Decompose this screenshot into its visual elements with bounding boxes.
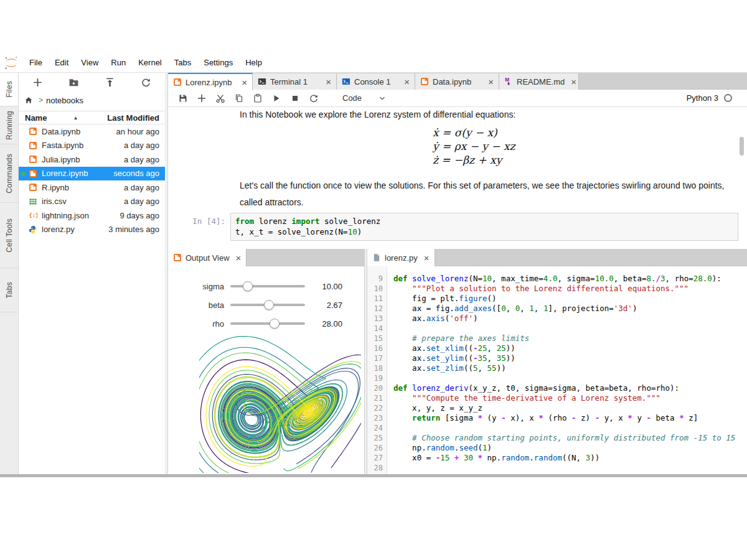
sidebar-tab-label: Files [5,81,14,98]
kernel-status-icon[interactable] [724,94,732,102]
slider-handle[interactable] [264,300,274,310]
code-cell[interactable]: from lorenz import solve_lorenzt, x_t = … [230,213,738,241]
sidebar-tab-label: Cell Tools [5,218,14,253]
slider-value: 10.00 [305,282,342,291]
column-name[interactable]: Name [19,113,47,123]
notebook-icon [420,77,429,86]
file-row[interactable]: R.ipynba day ago [19,180,165,195]
file-row[interactable]: Julia.ipynba day ago [19,152,165,167]
notebook-icon [29,155,37,164]
slider-track[interactable] [230,285,305,287]
menu-view[interactable]: View [75,58,105,67]
file-list-header: Name ▲ Last Modified [19,111,165,124]
new-launcher-button[interactable] [32,77,43,88]
slider-value: 28.00 [305,319,342,329]
menu-settings[interactable]: Settings [197,58,239,67]
close-icon[interactable]: × [319,77,331,86]
notebook-toolbar: Code Python 3 [168,90,747,107]
bottom-panels: Output View × sigma10.00beta2.67rho28.00 [168,249,747,474]
file-row[interactable]: Lorenz.ipynbseconds ago [19,167,165,181]
stop-button[interactable] [290,93,300,103]
save-button[interactable] [178,93,188,103]
close-icon[interactable]: × [398,77,410,86]
menu-help[interactable]: Help [239,58,268,67]
run-button[interactable] [271,93,281,103]
slider-handle[interactable] [270,319,280,329]
slider[interactable] [230,319,305,329]
slider[interactable] [230,300,305,310]
sidebar-tab-files[interactable]: Files [0,73,18,106]
line-number: 18 [367,363,387,373]
slider[interactable] [230,281,305,291]
main-tab-terminal-1[interactable]: Terminal 1× [253,73,337,90]
python-icon [29,225,37,234]
close-icon[interactable]: × [235,78,247,87]
line-number: 28 [367,463,387,473]
sort-ascending-icon[interactable]: ▲ [73,115,78,121]
file-row[interactable]: Data.ipynban hour ago [19,124,165,139]
sidebar-tab-label: Running [5,111,14,140]
cut-cells-button[interactable] [215,93,225,103]
file-row[interactable]: lorenz.py3 minutes ago [19,223,165,237]
tab-label: lorenz.py [385,253,418,263]
file-row[interactable]: Fasta.ipynba day ago [19,139,165,153]
code-pane[interactable]: def solve_lorenz(N=10, max_time=4.0, sig… [387,266,747,474]
menu-kernel[interactable]: Kernel [132,58,168,67]
main-tab-lorenz-ipynb[interactable]: Lorenz.ipynb× [168,73,253,90]
line-number: 15 [367,334,387,343]
menu-bar: FileEditViewRunKernelTabsSettingsHelp [0,53,747,73]
main-tab-readme-md[interactable]: MREADME.md× [499,73,579,90]
close-icon[interactable]: × [230,253,242,263]
close-icon[interactable]: × [565,77,576,86]
refresh-files-button[interactable] [141,77,151,88]
equation-line: ẋ = σ(y − x) [433,126,515,139]
code-line: # Choose random starting points, uniform… [393,433,747,443]
sidebar-tab-running[interactable]: Running [0,106,18,144]
file-name: Data.ipynb [42,127,80,136]
breadcrumb-separator: > [39,96,43,105]
line-number: 19 [367,373,387,383]
restart-kernel-button[interactable] [309,93,319,103]
file-modified: an hour ago [116,127,165,136]
menu-tabs[interactable]: Tabs [168,58,197,67]
paste-cells-button[interactable] [253,93,263,103]
add-cell-button[interactable] [197,93,207,103]
code-editor[interactable]: 910111213141516171819202122232425262728 … [367,266,747,474]
breadcrumb-folder[interactable]: notebooks [46,96,83,105]
tab-lorenz-py[interactable]: lorenz.py × [367,249,435,266]
slider-row-rho: rho28.00 [168,317,355,330]
column-last-modified[interactable]: Last Modified [107,113,165,123]
menu-file[interactable]: File [23,58,49,67]
slider-handle[interactable] [243,281,253,291]
main-tab-console-1[interactable]: Console 1× [337,73,415,90]
line-number-gutter: 910111213141516171819202122232425262728 [367,266,387,474]
notebook-scrollbar[interactable] [740,137,744,156]
upload-button[interactable] [105,77,115,88]
line-number: 23 [367,413,387,423]
jupyter-logo-icon [3,55,19,71]
kernel-name[interactable]: Python 3 [687,93,718,103]
menu-run[interactable]: Run [105,58,132,67]
main-tab-data-ipynb[interactable]: Data.ipynb× [415,73,499,90]
close-icon[interactable]: × [482,77,494,86]
file-browser-toolbar [19,73,165,92]
slider-row-sigma: sigma10.00 [168,279,355,293]
slider-track[interactable] [230,322,305,325]
sidebar-tab-tabs[interactable]: Tabs [0,268,18,312]
chevron-down-icon[interactable] [378,94,387,103]
menu-edit[interactable]: Edit [49,58,75,67]
file-row[interactable]: iris.csva day ago [19,195,165,209]
tab-output-view[interactable]: Output View × [168,249,247,266]
home-icon[interactable] [24,96,33,105]
copy-cells-button[interactable] [234,93,244,103]
new-folder-button[interactable] [68,77,79,88]
file-row[interactable]: {:}lightning.json9 days ago [19,208,165,223]
code-cell-line: from lorenz import solve_lorenz [235,216,733,226]
sidebar-tab-commands[interactable]: Commands [0,144,18,203]
equation-line: ẏ = ρx − y − xz [433,139,515,153]
sidebar-tab-cell-tools[interactable]: Cell Tools [0,203,18,268]
cell-type-dropdown[interactable]: Code [342,93,362,103]
close-icon[interactable]: × [418,253,430,263]
code-line: """Compute the time-derivative of a Lore… [393,393,747,403]
code-line: x, y, z = x_y_z [393,403,747,413]
